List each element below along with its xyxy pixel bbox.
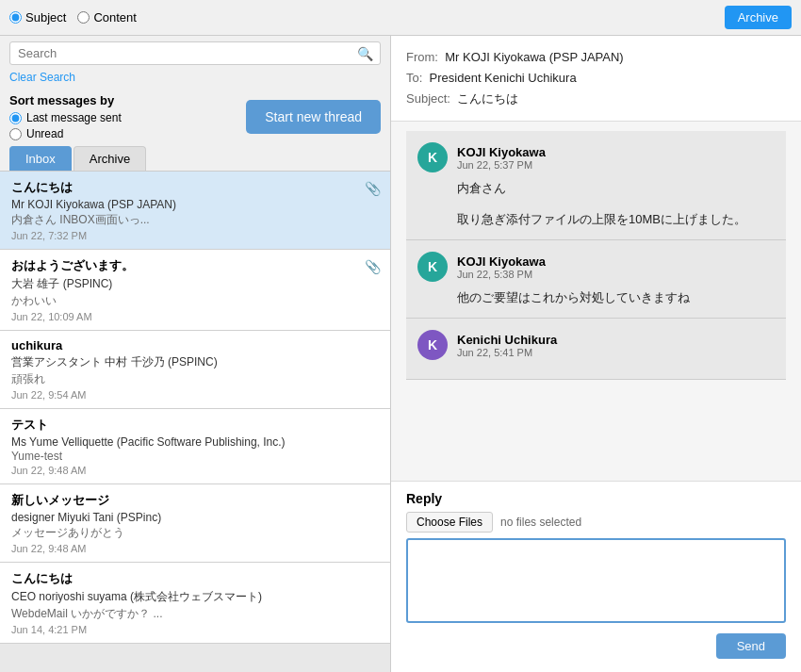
msg-from: CEO noriyoshi suyama (株式会社ウェブスマート) <box>11 589 362 605</box>
main-container: 🔍 Clear Search Sort messages by Last mes… <box>0 36 801 672</box>
msg-preview: Yume-test <box>11 450 362 463</box>
top-bar: Subject Content Archive <box>0 0 801 36</box>
search-input[interactable] <box>9 41 381 65</box>
sender-date: Jun 22, 5:38 PM <box>457 269 546 280</box>
reply-label: Reply <box>406 491 786 506</box>
subject-label: Subject: <box>406 91 450 106</box>
sender-info: Kenichi Uchikura Jun 22, 5:41 PM <box>457 333 557 358</box>
sender-name: KOJI Kiyokawa <box>457 145 546 159</box>
msg-subject: おはようございます。 <box>11 257 362 274</box>
msg-from: 営業アシスタント 中村 千沙乃 (PSPINC) <box>11 354 362 370</box>
sender-date: Jun 22, 5:41 PM <box>457 347 557 358</box>
tabs-row: Inbox Archive <box>0 146 390 172</box>
reply-section: Reply Choose Files no files selected Sen… <box>391 481 801 672</box>
subject-radio[interactable] <box>9 11 22 24</box>
content-radio[interactable] <box>77 11 90 24</box>
right-panel: From: Mr KOJI Kiyokawa (PSP JAPAN) To: P… <box>391 36 801 672</box>
email-to-row: To: President Kenichi Uchikura <box>406 68 786 89</box>
tab-archive[interactable]: Archive <box>74 146 146 171</box>
msg-date: Jun 22, 9:48 AM <box>11 543 362 554</box>
from-label: From: <box>406 50 438 64</box>
thread-message: K Kenichi Uchikura Jun 22, 5:41 PM <box>406 319 786 380</box>
msg-subject: 新しいメッセージ <box>11 492 362 509</box>
no-files-label: no files selected <box>500 516 581 529</box>
thread-msg-header: K KOJI Kiyokawa Jun 22, 5:37 PM <box>417 142 775 172</box>
send-row: Send <box>406 633 786 659</box>
sort-last-message-label: Last message sent <box>26 111 122 124</box>
tab-inbox[interactable]: Inbox <box>9 146 72 171</box>
thread-body: 内倉さん取り急ぎ添付ファイルの上限を10MBに上げました。 <box>417 180 775 228</box>
thread-msg-header: K Kenichi Uchikura Jun 22, 5:41 PM <box>417 330 775 360</box>
sort-unread[interactable]: Unread <box>9 127 122 140</box>
attachment-icon: 📎 <box>365 259 381 274</box>
message-list: こんにちは Mr KOJI Kiyokawa (PSP JAPAN) 内倉さん … <box>0 172 390 672</box>
msg-preview: かわいい <box>11 293 362 309</box>
msg-preview: メッセージありがとう <box>11 525 362 541</box>
left-panel: 🔍 Clear Search Sort messages by Last mes… <box>0 36 391 672</box>
msg-date: Jun 22, 7:32 PM <box>11 230 362 241</box>
email-from-row: From: Mr KOJI Kiyokawa (PSP JAPAN) <box>406 47 786 68</box>
thread-body: 他のご要望はこれから対処していきますね <box>417 289 775 306</box>
filter-radio-group: Subject Content <box>9 10 137 25</box>
msg-date: Jun 22, 10:09 AM <box>11 311 362 322</box>
msg-from: designer Miyuki Tani (PSPinc) <box>11 511 362 524</box>
msg-preview: 内倉さん INBOX画面いっ... <box>11 212 362 228</box>
choose-files-button[interactable]: Choose Files <box>406 512 493 533</box>
to-value: President Kenichi Uchikura <box>430 71 577 85</box>
thread-message: K KOJI Kiyokawa Jun 22, 5:37 PM 内倉さん取り急ぎ… <box>406 131 786 240</box>
message-item[interactable]: uchikura 営業アシスタント 中村 千沙乃 (PSPINC) 頑張れ Ju… <box>0 331 390 409</box>
msg-date: Jun 22, 9:48 AM <box>11 465 362 476</box>
avatar: K <box>417 330 448 360</box>
sort-section: Sort messages by Last message sent Unrea… <box>0 88 390 146</box>
msg-subject: こんにちは <box>11 179 362 196</box>
email-header: From: Mr KOJI Kiyokawa (PSP JAPAN) To: P… <box>391 36 801 122</box>
sender-info: KOJI Kiyokawa Jun 22, 5:37 PM <box>457 145 546 171</box>
content-radio-label: Content <box>93 10 137 25</box>
msg-date: Jun 22, 9:54 AM <box>11 389 362 401</box>
thread-msg-header: K KOJI Kiyokawa Jun 22, 5:38 PM <box>417 252 775 282</box>
sort-options: Last message sent Unread <box>9 111 122 140</box>
clear-search-link[interactable]: Clear Search <box>0 69 390 88</box>
subject-radio-item[interactable]: Subject <box>9 10 66 25</box>
thread-message: K KOJI Kiyokawa Jun 22, 5:38 PM 他のご要望はこれ… <box>406 240 786 319</box>
sort-label-group: Sort messages by Last message sent Unrea… <box>9 93 122 140</box>
email-subject-row: Subject: こんにちは <box>406 89 786 109</box>
message-item[interactable]: テスト Ms Yume Velliquette (Pacific Softwar… <box>0 409 390 484</box>
avatar: K <box>417 142 448 172</box>
message-item[interactable]: おはようございます。 大岩 雄子 (PSPINC) かわいい Jun 22, 1… <box>0 250 390 331</box>
message-item[interactable]: こんにちは CEO noriyoshi suyama (株式会社ウェブスマート)… <box>0 563 390 644</box>
archive-button[interactable]: Archive <box>725 6 792 29</box>
search-area: 🔍 <box>0 36 390 69</box>
message-item[interactable]: 新しいメッセージ designer Miyuki Tani (PSPinc) メ… <box>0 484 390 563</box>
sender-info: KOJI Kiyokawa Jun 22, 5:38 PM <box>457 254 546 280</box>
subject-value: こんにちは <box>457 91 518 106</box>
msg-subject: こんにちは <box>11 570 362 587</box>
reply-textarea[interactable] <box>406 538 786 623</box>
msg-subject: テスト <box>11 417 362 434</box>
to-label: To: <box>406 71 422 85</box>
send-button[interactable]: Send <box>716 633 786 659</box>
file-chooser-row: Choose Files no files selected <box>406 512 786 533</box>
sort-last-message[interactable]: Last message sent <box>9 111 122 124</box>
new-thread-button[interactable]: Start new thread <box>246 100 381 134</box>
content-radio-item[interactable]: Content <box>77 10 137 25</box>
sort-last-message-radio[interactable] <box>9 112 22 124</box>
msg-preview: 頑張れ <box>11 371 362 387</box>
search-wrapper: 🔍 <box>9 41 381 65</box>
sort-title: Sort messages by <box>9 93 122 107</box>
sender-name: Kenichi Uchikura <box>457 333 557 347</box>
msg-from: Ms Yume Velliquette (Pacific Software Pu… <box>11 435 362 449</box>
msg-from: 大岩 雄子 (PSPINC) <box>11 276 362 292</box>
msg-date: Jun 14, 4:21 PM <box>11 624 362 635</box>
msg-subject: uchikura <box>11 338 362 352</box>
sender-date: Jun 22, 5:37 PM <box>457 159 546 171</box>
message-item[interactable]: こんにちは Mr KOJI Kiyokawa (PSP JAPAN) 内倉さん … <box>0 172 390 250</box>
from-value: Mr KOJI Kiyokawa (PSP JAPAN) <box>445 50 624 64</box>
attachment-icon: 📎 <box>365 181 381 196</box>
msg-preview: WebdeMail いかがですか？ ... <box>11 606 362 622</box>
sort-unread-label: Unread <box>26 127 63 140</box>
sender-name: KOJI Kiyokawa <box>457 254 546 269</box>
subject-radio-label: Subject <box>25 10 66 25</box>
sort-unread-radio[interactable] <box>9 128 22 140</box>
thread-area: K KOJI Kiyokawa Jun 22, 5:37 PM 内倉さん取り急ぎ… <box>391 122 801 481</box>
